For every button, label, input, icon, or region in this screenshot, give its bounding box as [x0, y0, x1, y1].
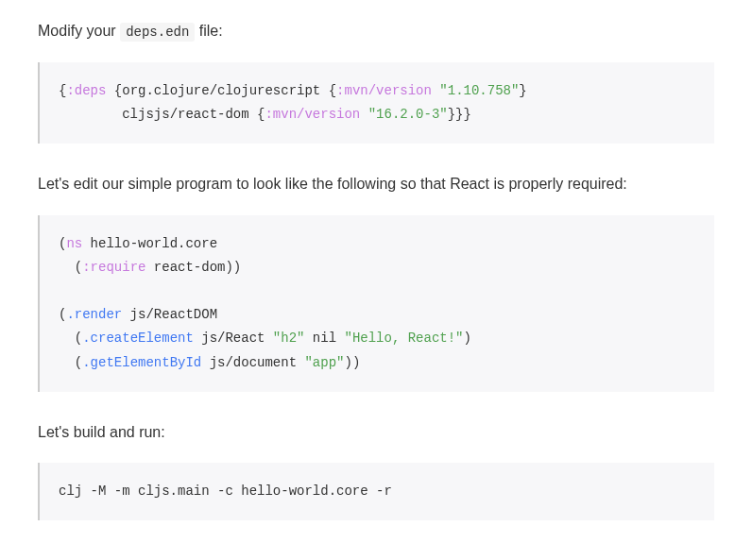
deps-edn-code-block: {:deps {org.clojure/clojurescript {:mvn/… — [38, 62, 714, 144]
shell-command: clj -M -m cljs.main -c hello-world.core … — [59, 484, 392, 499]
para1-before: Modify your — [38, 23, 120, 39]
para1-after: file: — [195, 23, 222, 39]
build-run-code-block: clj -M -m cljs.main -c hello-world.core … — [38, 463, 714, 520]
clojurescript-code-block: (ns hello-world.core (:require react-dom… — [38, 215, 714, 392]
para2: Let's edit our simple program to look li… — [38, 172, 714, 196]
para3: Let's build and run: — [38, 420, 714, 445]
intro-paragraph: Modify your deps.edn file: — [38, 19, 714, 43]
deps-edn-inline-code: deps.edn — [120, 23, 195, 42]
